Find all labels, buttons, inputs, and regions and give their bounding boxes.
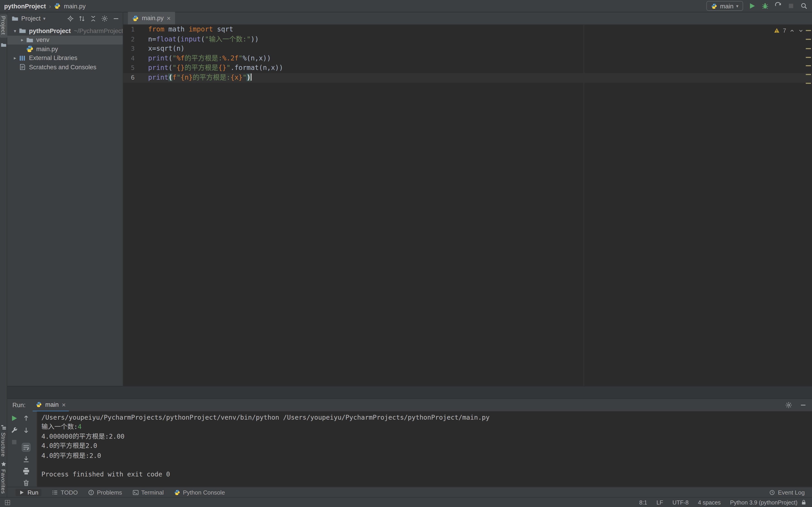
tree-closed-arrow-icon[interactable]: ▸ <box>18 37 26 43</box>
terminal-icon <box>132 489 139 495</box>
tool-window-button-python-console[interactable]: Python Console <box>174 489 225 495</box>
editor-tab-main-py[interactable]: main.py × <box>128 12 175 24</box>
tree-item-pythonproject[interactable]: ▾pythonProject~/PycharmProject <box>7 26 123 36</box>
line-number[interactable]: 1 <box>123 25 135 35</box>
tree-item-venv[interactable]: ▸venv <box>7 36 123 45</box>
breadcrumb-file[interactable]: main.py <box>64 2 86 9</box>
editor-body[interactable]: 1from math import sqrt2n=float(input("输入… <box>123 25 812 386</box>
tool-window-button-run[interactable]: Run <box>16 489 42 496</box>
tree-item-external-libraries[interactable]: ▸External Libraries <box>7 54 123 63</box>
inspections-widget[interactable]: 7 <box>774 27 804 34</box>
code-line-3[interactable]: 3x=sqrt(n) <box>123 44 812 54</box>
run-tab-main[interactable]: main × <box>33 399 69 411</box>
search-everywhere-button[interactable] <box>800 2 808 10</box>
warning-count: 7 <box>783 27 786 34</box>
line-number[interactable]: 4 <box>123 54 135 63</box>
tool-window-button-todo[interactable]: TODO <box>52 489 78 495</box>
status-bar: 8:1LFUTF-84 spacesPython 3.9 (pythonProj… <box>0 497 812 507</box>
line-number[interactable]: 3 <box>123 44 135 54</box>
line-number[interactable]: 6 <box>123 73 135 82</box>
chevron-down-icon[interactable]: ▾ <box>43 16 46 21</box>
close-run-tab-icon[interactable]: × <box>62 401 66 408</box>
locate-icon[interactable] <box>67 15 74 22</box>
scroll-to-end-button[interactable] <box>22 455 30 463</box>
hide-panel-icon[interactable] <box>112 15 120 22</box>
print-button[interactable] <box>22 467 30 475</box>
line-number[interactable]: 5 <box>123 63 135 73</box>
tool-window-buttons-right: Event Log <box>769 489 805 495</box>
run-icon <box>18 489 25 495</box>
status-widget-utf-8[interactable]: UTF-8 <box>672 499 689 505</box>
run-button[interactable] <box>748 2 756 10</box>
tree-item-scratches-and-consoles[interactable]: Scratches and Consoles <box>7 63 123 72</box>
stripe-favorites-button[interactable]: Favorites <box>0 461 6 494</box>
tree-item-label: venv <box>36 37 49 44</box>
next-warning-icon[interactable] <box>798 27 804 33</box>
python-file-icon <box>54 2 61 9</box>
run-panel-label: Run: <box>12 401 26 409</box>
project-panel-title[interactable]: Project <box>21 15 41 22</box>
run-panel-body: /Users/youpeiyu/PycharmProjects/pythonPr… <box>7 411 812 487</box>
editor-tab-label: main.py <box>142 14 164 22</box>
tool-window-button-problems[interactable]: Problems <box>88 489 122 495</box>
debug-button[interactable] <box>761 2 769 10</box>
tool-window-button-label: Run <box>28 489 38 495</box>
run-console[interactable]: /Users/youpeiyu/PycharmProjects/pythonPr… <box>37 411 812 487</box>
error-stripe <box>805 25 812 386</box>
tool-window-button-event-log[interactable]: Event Log <box>769 489 805 495</box>
toolwindow-switcher-icon[interactable] <box>4 499 11 506</box>
code-line-6[interactable]: 6print(f"{n}的平方根是:{x}") <box>123 73 812 82</box>
prev-warning-icon[interactable] <box>789 27 795 33</box>
code-line-4[interactable]: 4print("%f的平方根是:%.2f"%(n,x)) <box>123 54 812 63</box>
error-stripe-mark[interactable] <box>806 83 811 84</box>
expand-all-icon[interactable] <box>78 15 86 22</box>
tool-window-button-terminal[interactable]: Terminal <box>132 489 164 495</box>
breadcrumb-project[interactable]: pythonProject <box>4 2 46 9</box>
warning-icon <box>774 27 780 34</box>
status-widget-4-spaces[interactable]: 4 spaces <box>698 499 721 505</box>
run-config-selector[interactable]: main ▾ <box>707 1 743 11</box>
settings-gear-icon[interactable] <box>101 15 108 22</box>
down-stack-trace-button[interactable] <box>22 426 30 434</box>
coverage-button[interactable] <box>774 2 782 10</box>
collapse-all-icon[interactable] <box>90 15 97 22</box>
code-text: print("%f的平方根是:%.2f"%(n,x)) <box>148 54 271 62</box>
code-line-2[interactable]: 2n=float(input("输入一个数:")) <box>123 35 812 44</box>
run-settings-button[interactable] <box>10 426 18 434</box>
error-stripe-mark[interactable] <box>806 74 811 75</box>
code-line-1[interactable]: 1from math import sqrt <box>123 25 812 35</box>
stop-button[interactable] <box>787 2 795 10</box>
error-stripe-mark[interactable] <box>806 48 811 49</box>
error-stripe-mark[interactable] <box>806 57 811 58</box>
soft-wrap-button[interactable] <box>22 443 30 451</box>
rerun-button[interactable] <box>10 414 18 422</box>
folder-icon[interactable] <box>0 42 6 48</box>
error-stripe-mark[interactable] <box>806 39 811 40</box>
lock-icon[interactable] <box>801 499 807 505</box>
error-stripe-mark[interactable] <box>806 65 811 66</box>
project-panel: Project ▾ ▾pythonProject~/PycharmProject… <box>7 12 123 386</box>
error-stripe-mark[interactable] <box>806 30 811 31</box>
tool-window-buttons-left: RunTODOProblemsTerminalPython Console <box>16 489 225 496</box>
status-widget-lf[interactable]: LF <box>657 499 663 505</box>
up-stack-trace-button[interactable] <box>22 414 30 422</box>
stripe-label: Favorites <box>0 469 6 494</box>
tree-open-arrow-icon[interactable]: ▾ <box>11 28 18 34</box>
clear-all-button[interactable] <box>22 479 30 487</box>
tree-item-main-py[interactable]: main.py <box>7 45 123 54</box>
line-number[interactable]: 2 <box>123 35 135 44</box>
run-panel-header: Run: main × <box>7 398 812 411</box>
stripe-structure-button[interactable]: Structure <box>0 425 6 457</box>
status-widget-python-3-9-pythonproject[interactable]: Python 3.9 (pythonProject) <box>730 499 798 505</box>
run-settings-gear-icon[interactable] <box>785 401 792 409</box>
console-line-7: Process finished with exit code 0 <box>42 470 812 480</box>
code-text: print(f"{n}的平方根是:{x}") <box>148 73 251 81</box>
stop-button[interactable] <box>10 438 18 446</box>
status-widget-8-1[interactable]: 8:1 <box>639 499 647 505</box>
editor-run-splitter[interactable] <box>7 386 812 398</box>
hide-run-panel-icon[interactable] <box>800 401 807 409</box>
close-tab-icon[interactable]: × <box>167 15 170 21</box>
tree-closed-arrow-icon[interactable]: ▸ <box>11 55 18 61</box>
stripe-project-button[interactable]: Project <box>0 14 7 38</box>
code-line-5[interactable]: 5print("{}的平方根是{}".format(n,x)) <box>123 63 812 73</box>
